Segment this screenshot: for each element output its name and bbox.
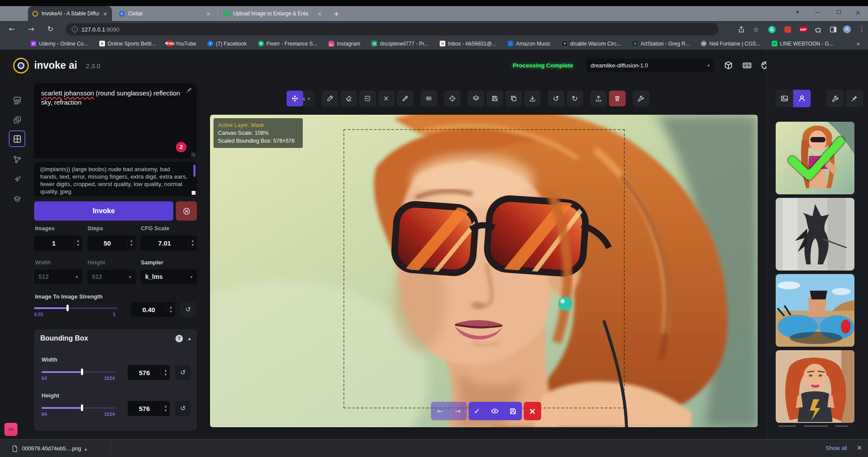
bounding-box-overlay[interactable] — [343, 129, 625, 408]
negative-prompt-input[interactable]: ((implants)) (large boobs) nude bad anat… — [34, 162, 197, 196]
move-tool-button[interactable] — [287, 91, 303, 106]
show-hide-mask-button[interactable] — [491, 407, 499, 415]
canvas-settings-button[interactable] — [633, 91, 649, 106]
merge-layers-button[interactable] — [468, 91, 484, 106]
sampler-select[interactable]: k_lms▾ — [141, 270, 197, 284]
bookmark-item[interactable]: fiFiverr - Freelance S... — [258, 41, 317, 47]
maximize-button[interactable] — [834, 10, 844, 14]
tab-search-button[interactable]: ▾ — [793, 9, 802, 15]
pin-icon[interactable] — [186, 87, 192, 93]
stepper[interactable]: ▲▼ — [74, 239, 82, 247]
grammarly-extension-icon[interactable]: G — [767, 25, 776, 34]
strength-reset-icon[interactable]: ↺ — [180, 302, 196, 317]
tab-close-icon[interactable]: × — [317, 11, 322, 17]
erase-bounding-area-button[interactable] — [359, 91, 376, 106]
next-image-button[interactable]: → — [455, 407, 461, 415]
forward-icon[interactable]: → — [28, 25, 34, 33]
close-window-button[interactable]: × — [853, 9, 863, 17]
bookmark-item[interactable]: �AB;YouTube — [167, 41, 196, 47]
bbox-width-slider[interactable] — [42, 371, 116, 373]
profile-avatar[interactable] — [843, 25, 851, 34]
invoke-button[interactable]: Invoke — [34, 201, 173, 221]
tab-nodes[interactable] — [9, 151, 25, 168]
clear-mask-button[interactable]: × — [378, 91, 395, 106]
hotkeys-keyboard-icon[interactable] — [741, 60, 752, 71]
previous-image-button[interactable]: ← — [437, 407, 443, 415]
bbox-width-input[interactable]: 576 ▲▼ — [128, 365, 170, 380]
help-icon[interactable]: ? — [175, 335, 183, 342]
resize-handle[interactable] — [191, 153, 196, 157]
model-manager-icon[interactable] — [723, 60, 734, 71]
stepper[interactable]: ▲▼ — [161, 404, 170, 413]
stepper[interactable]: ▲▼ — [127, 239, 136, 247]
prompt-input[interactable]: scarlett johansson (round sunglasses) re… — [34, 83, 197, 158]
browser-menu-icon[interactable]: ⋮ — [858, 25, 866, 34]
gallery-scrollbar[interactable] — [835, 425, 848, 427]
redo-button[interactable]: ↻ — [567, 91, 583, 106]
strength-slider[interactable] — [34, 307, 117, 309]
side-panel-icon[interactable] — [829, 25, 837, 34]
tab-training[interactable] — [9, 190, 25, 207]
gallery-pin-button[interactable] — [846, 90, 863, 107]
stepper[interactable]: ▲▼ — [188, 239, 197, 247]
console-toggle-button[interactable]: </> — [4, 423, 18, 436]
reload-icon[interactable]: ↻ — [47, 25, 53, 33]
browser-tab-upload-image[interactable]: Upload Image to Enlarge & Enla × — [220, 6, 326, 21]
extension-icon-red[interactable] — [783, 25, 792, 34]
bookmark-item[interactable]: WLINE WEBTOON - G... — [772, 41, 833, 47]
bookmark-item[interactable]: ♪Amazon Music — [508, 41, 550, 47]
show-all-downloads-link[interactable]: Show all — [826, 445, 847, 451]
brush-options-button[interactable] — [420, 91, 437, 106]
bookmark-item[interactable]: Instagram — [329, 41, 360, 47]
browser-tab-civitai[interactable]: C Civitai × — [115, 6, 215, 21]
bbox-width-reset-icon[interactable]: ↺ — [175, 365, 191, 380]
gallery-thumbnail-selected[interactable] — [776, 122, 854, 194]
download-item[interactable]: 000979.40d74eb5....png ▴ — [7, 443, 91, 455]
adblock-plus-icon[interactable]: ABP — [799, 25, 808, 34]
extensions-puzzle-icon[interactable] — [814, 25, 822, 34]
gallery-settings-button[interactable] — [826, 90, 844, 107]
address-bar[interactable]: i 127.0.0.1:9090 — [66, 23, 718, 35]
clear-canvas-button[interactable] — [609, 91, 626, 106]
strength-input[interactable]: 0.40 ▲▼ — [131, 302, 175, 317]
tab-unified-canvas[interactable] — [9, 130, 25, 147]
stepper[interactable]: ▲▼ — [166, 305, 175, 314]
gallery-images-tab-button[interactable] — [776, 90, 793, 107]
tab-close-icon[interactable]: × — [103, 11, 108, 17]
bbox-height-input[interactable]: 576 ▲▼ — [128, 401, 170, 416]
bookmark-item[interactable]: f(7) Facebook — [207, 41, 247, 47]
bookmark-item[interactable]: MInbox - klk56831@... — [440, 41, 496, 47]
resize-handle[interactable] — [192, 191, 196, 195]
undo-button[interactable]: ↺ — [548, 91, 564, 106]
model-select[interactable]: dreamlike-diffusion-1.0 ▾ — [586, 59, 714, 72]
accept-image-button[interactable]: ✓ — [474, 407, 480, 415]
gallery-scrollbar[interactable] — [778, 425, 796, 427]
stepper[interactable]: ▲▼ — [161, 368, 170, 377]
bookmarks-overflow-chevron[interactable]: » — [856, 40, 868, 47]
gallery-thumbnail[interactable] — [776, 350, 854, 423]
downloads-close-icon[interactable]: × — [857, 444, 862, 452]
bookmark-item[interactable]: BOnline Sports Betti... — [99, 41, 156, 47]
gallery-scrollbar[interactable] — [804, 425, 828, 427]
upload-image-button[interactable] — [590, 91, 607, 106]
download-chevron-icon[interactable]: ▴ — [85, 446, 87, 451]
gallery-thumbnail[interactable] — [776, 274, 854, 347]
bookmark-item[interactable]: ∞Neil Fontaine | CGS... — [701, 41, 760, 47]
gallery-user-tab-button[interactable] — [793, 90, 811, 107]
bookmark-item[interactable]: Vdisable Wacom Circ... — [562, 41, 621, 47]
tab-text-to-image[interactable] — [9, 92, 25, 109]
scrollbar-thumb[interactable] — [193, 165, 196, 177]
copy-to-clipboard-button[interactable] — [505, 91, 522, 106]
bbox-height-slider[interactable] — [42, 407, 116, 409]
discard-staging-button[interactable]: × — [529, 406, 536, 416]
bbox-height-reset-icon[interactable]: ↺ — [175, 401, 191, 416]
brush-tool-button[interactable] — [322, 91, 338, 106]
tab-post-processing[interactable] — [9, 171, 25, 187]
bookmark-star-icon[interactable]: ☆ — [752, 25, 760, 34]
bookmark-item[interactable]: UUdemy - Online Co... — [31, 41, 88, 47]
steps-input[interactable]: 50 ▲▼ — [88, 236, 136, 250]
share-icon[interactable] — [737, 25, 746, 34]
tab-close-icon[interactable]: × — [206, 11, 211, 17]
back-icon[interactable]: ← — [9, 25, 15, 33]
bookmark-item[interactable]: ddiscipleneil777 - Pr... — [371, 41, 428, 47]
